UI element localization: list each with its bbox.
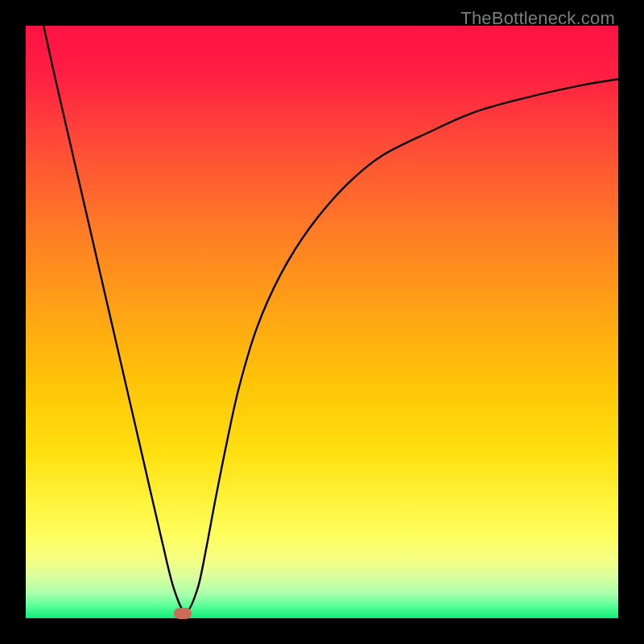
curve-minimum-marker: [174, 608, 192, 619]
bottleneck-curve: [26, 26, 618, 618]
plot-area: [26, 26, 618, 618]
chart-frame: TheBottleneck.com: [0, 0, 644, 644]
watermark-text: TheBottleneck.com: [460, 8, 615, 29]
